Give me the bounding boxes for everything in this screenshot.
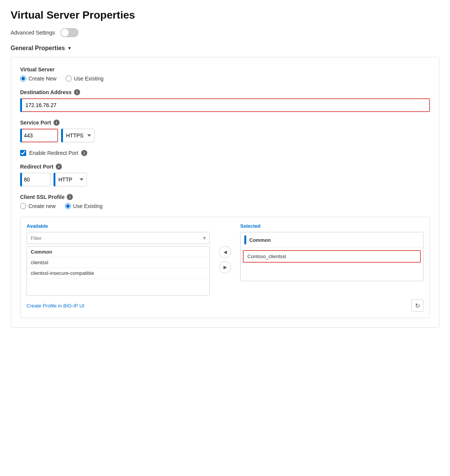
service-protocol-select-wrapper: HTTPS HTTP Other (61, 129, 94, 142)
virtual-server-use-existing-label: Use Existing (74, 76, 104, 82)
service-protocol-select[interactable]: HTTPS HTTP Other (61, 129, 94, 142)
filter-input[interactable] (27, 232, 210, 244)
available-column: Available ▼ Common clientssl clientssl-i… (27, 223, 210, 296)
virtual-server-use-existing-option[interactable]: Use Existing (66, 76, 104, 82)
client-ssl-create-new-option[interactable]: Create new (20, 203, 56, 209)
selected-group-header: Common (241, 232, 423, 248)
virtual-server-use-existing-radio[interactable] (66, 76, 72, 82)
virtual-server-field-group: Virtual Server Create New Use Existing (20, 66, 430, 82)
client-ssl-create-new-label: Create new (28, 203, 56, 209)
advanced-settings-label: Advanced Settings (11, 30, 55, 36)
client-ssl-profile-info-icon[interactable]: i (67, 194, 73, 200)
redirect-port-input[interactable] (20, 173, 50, 186)
client-ssl-use-existing-label: Use Existing (73, 203, 103, 209)
selected-item[interactable]: Contoso_clientssl (243, 250, 421, 263)
redirect-port-info-icon[interactable]: i (56, 164, 62, 170)
available-col-label: Available (27, 223, 210, 229)
service-port-row: HTTPS HTTP Other (20, 129, 430, 142)
profile-list-section: Available ▼ Common clientssl clientssl-i… (20, 217, 430, 318)
redirect-protocol-select-wrapper: HTTP HTTPS Other (53, 173, 87, 186)
client-ssl-profile-label: Client SSL Profile i (20, 194, 430, 200)
virtual-server-create-new-label: Create New (28, 76, 57, 82)
selected-column: Selected Common Contoso_clientssl (240, 223, 423, 296)
list-item[interactable]: clientssl-insecure-compatible (27, 268, 209, 279)
profile-bottom-row: Create Profile in BIG-IP UI ↻ (27, 299, 423, 312)
service-port-field-group: Service Port i HTTPS HTTP Other (20, 120, 430, 142)
client-ssl-profile-radio-row: Create new Use Existing (20, 203, 430, 209)
service-port-label: Service Port i (20, 120, 430, 126)
filter-icon: ▼ (202, 235, 207, 241)
client-ssl-create-new-radio[interactable] (20, 203, 26, 209)
profile-columns: Available ▼ Common clientssl clientssl-i… (27, 223, 423, 296)
virtual-server-radio-row: Create New Use Existing (20, 76, 430, 82)
service-port-input[interactable] (20, 129, 58, 142)
virtual-server-create-new-radio[interactable] (20, 76, 26, 82)
general-properties-box: Virtual Server Create New Use Existing D… (11, 57, 439, 328)
arrow-right-icon: ▶ (223, 265, 227, 270)
arrow-left-icon: ◀ (223, 249, 227, 255)
enable-redirect-port-label: Enable Redirect Port (29, 150, 78, 156)
service-port-input-wrapper (20, 129, 58, 142)
general-properties-label: General Properties (11, 45, 65, 52)
destination-address-info-icon[interactable]: i (74, 89, 80, 95)
available-list-box[interactable]: Common clientssl clientssl-insecure-comp… (27, 246, 210, 296)
selected-list-box: Common Contoso_clientssl (240, 232, 423, 281)
list-item[interactable]: clientssl (27, 257, 209, 268)
service-port-info-icon[interactable]: i (53, 120, 60, 126)
redirect-protocol-select[interactable]: HTTP HTTPS Other (53, 173, 87, 186)
client-ssl-use-existing-option[interactable]: Use Existing (65, 203, 103, 209)
create-profile-link[interactable]: Create Profile in BIG-IP UI (27, 303, 84, 309)
page-title: Virtual Server Properties (11, 9, 439, 21)
enable-redirect-port-info-icon[interactable]: i (81, 150, 87, 156)
client-ssl-profile-field-group: Client SSL Profile i Create new Use Exis… (20, 194, 430, 209)
general-properties-arrow-icon[interactable]: ▼ (67, 46, 72, 51)
transfer-left-button[interactable]: ◀ (219, 246, 231, 258)
enable-redirect-port-checkbox[interactable] (20, 150, 26, 156)
destination-address-label: Destination Address i (20, 89, 430, 95)
selected-col-label: Selected (240, 223, 423, 229)
refresh-icon: ↻ (415, 302, 420, 309)
transfer-right-button[interactable]: ▶ (219, 261, 231, 273)
redirect-port-input-wrapper (20, 173, 50, 186)
destination-address-field-group: Destination Address i (20, 89, 430, 112)
redirect-port-label: Redirect Port i (20, 164, 430, 170)
advanced-settings-row: Advanced Settings (11, 28, 439, 37)
filter-input-wrapper: ▼ (27, 232, 210, 244)
available-group-header: Common (27, 247, 209, 257)
destination-address-input[interactable] (20, 98, 430, 112)
general-properties-header: General Properties ▼ (11, 45, 439, 52)
virtual-server-label: Virtual Server (20, 66, 430, 73)
redirect-port-row: HTTP HTTPS Other (20, 173, 430, 186)
client-ssl-use-existing-radio[interactable] (65, 203, 71, 209)
transfer-col: ◀ ▶ (216, 223, 234, 296)
enable-redirect-port-row: Enable Redirect Port i (20, 150, 430, 156)
redirect-port-field-group: Redirect Port i HTTP HTTPS Other (20, 164, 430, 186)
refresh-button[interactable]: ↻ (411, 299, 423, 312)
virtual-server-create-new-option[interactable]: Create New (20, 76, 57, 82)
advanced-settings-toggle[interactable] (60, 28, 79, 37)
destination-address-input-wrapper (20, 98, 430, 112)
